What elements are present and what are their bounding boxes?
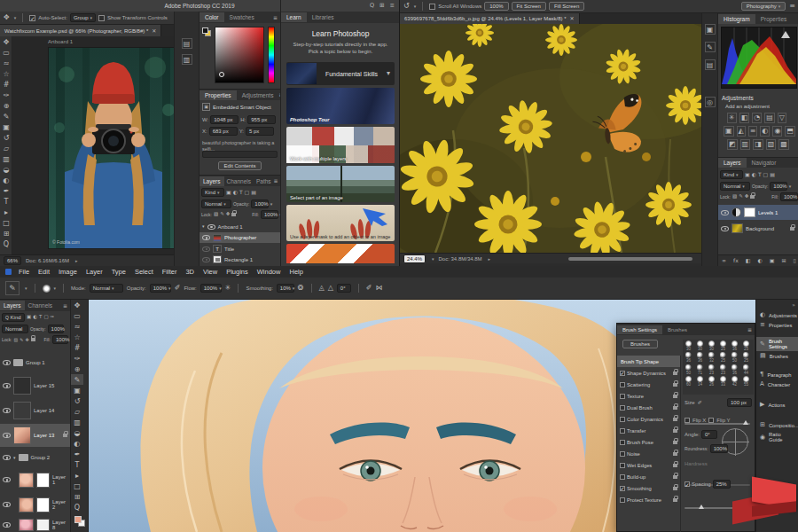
filter-type-icon[interactable]: T bbox=[239, 190, 243, 195]
foreground-color-swatch[interactable] bbox=[74, 516, 82, 523]
filter-adjustment-icon[interactable]: ◐ bbox=[33, 315, 37, 320]
filter-type-icon[interactable]: T bbox=[39, 315, 42, 320]
layer-thumbnail[interactable] bbox=[732, 223, 743, 233]
tab-channels[interactable]: Channels bbox=[25, 301, 56, 310]
visibility-eye-icon[interactable] bbox=[207, 224, 215, 230]
tab-swatches[interactable]: Swatches bbox=[224, 12, 260, 22]
type-tool-icon[interactable]: T bbox=[0, 196, 12, 207]
brush-tool-icon[interactable]: ✎ bbox=[0, 111, 12, 121]
edit-contents-button[interactable]: Edit Contents bbox=[218, 161, 261, 170]
path-select-tool-icon[interactable]: ▸ bbox=[71, 470, 83, 481]
shape-tool-icon[interactable]: □ bbox=[71, 481, 83, 491]
status-caret-icon[interactable]: ▸ bbox=[489, 256, 491, 262]
tab-brush-settings[interactable]: Brush Settings bbox=[617, 325, 662, 334]
brush-setting-item[interactable]: ✓ Smoothing bbox=[617, 482, 680, 494]
brush-setting-item[interactable]: Scattering bbox=[617, 379, 680, 390]
color-cursor[interactable] bbox=[219, 72, 224, 77]
blend-mode-dropdown[interactable]: Normal bbox=[2, 325, 28, 333]
expand-icon[interactable]: ▾ bbox=[13, 456, 16, 460]
checkbox-icon[interactable] bbox=[620, 405, 625, 411]
caret-icon[interactable]: ▾ bbox=[14, 16, 17, 20]
type-tool-icon[interactable]: T bbox=[71, 459, 83, 470]
dodge-tool-icon[interactable]: ◐ bbox=[71, 438, 83, 449]
fill-field[interactable]: 100%▾ bbox=[261, 210, 278, 219]
lock-icon[interactable] bbox=[673, 383, 677, 387]
healing-brush-tool-icon[interactable]: ⊕ bbox=[71, 364, 83, 374]
layer-mask-thumbnail[interactable] bbox=[36, 497, 50, 512]
panel-menu-icon[interactable]: ≡ bbox=[63, 303, 67, 309]
eyedropper-tool-icon[interactable]: ✑ bbox=[71, 353, 83, 364]
visibility-eye-icon[interactable] bbox=[202, 257, 210, 262]
layer-thumbnail[interactable] bbox=[13, 402, 31, 419]
panel-menu-icon[interactable]: ≡ bbox=[789, 3, 795, 10]
blur-tool-icon[interactable]: ◒ bbox=[71, 427, 83, 438]
lock-icon[interactable] bbox=[673, 441, 677, 444]
checkbox-icon[interactable] bbox=[620, 394, 625, 399]
tab-color[interactable]: Color bbox=[200, 12, 224, 22]
pressure-opacity-icon[interactable]: ✐ bbox=[175, 285, 181, 292]
layer-row[interactable]: Photographer bbox=[200, 232, 280, 243]
smoothing-gear-icon[interactable]: ❂ bbox=[298, 285, 304, 292]
grid-icon[interactable]: ⊞ bbox=[379, 3, 384, 9]
lock-icon[interactable] bbox=[673, 464, 677, 467]
layer-thumbnail[interactable] bbox=[13, 377, 31, 395]
caret-icon[interactable]: ▾ bbox=[414, 4, 417, 9]
hue-strip[interactable] bbox=[268, 27, 275, 83]
checkbox-icon[interactable] bbox=[620, 382, 625, 387]
new-group-icon[interactable]: ▣ bbox=[770, 258, 775, 263]
visibility-eye-icon[interactable] bbox=[202, 235, 210, 240]
eraser-tool-icon[interactable]: ▱ bbox=[0, 143, 12, 153]
gradient-map-icon[interactable]: ▧ bbox=[766, 139, 777, 150]
brush-setting-item[interactable]: Color Dynamics bbox=[617, 413, 680, 425]
close-icon[interactable]: ✕ bbox=[570, 16, 575, 21]
menu-edit[interactable]: Edit bbox=[38, 268, 50, 276]
fill-screen-button[interactable]: Fill Screen bbox=[549, 2, 584, 11]
horizontal-scrollbar[interactable] bbox=[568, 257, 692, 261]
scroll-all-windows-checkbox[interactable] bbox=[429, 4, 435, 10]
dock-item-properties[interactable]: ≡ Properties bbox=[756, 320, 798, 330]
artboard-label[interactable]: Artboard 1 bbox=[48, 39, 73, 44]
checkbox-icon[interactable] bbox=[620, 497, 625, 503]
lock-position-icon[interactable]: ✥ bbox=[25, 338, 28, 342]
canvas-area[interactable] bbox=[400, 24, 701, 253]
brush-setting-item[interactable]: Brush Pose bbox=[617, 436, 680, 448]
layer-thumbnail[interactable] bbox=[213, 234, 222, 242]
menu-select[interactable]: Select bbox=[135, 268, 153, 276]
w-field[interactable]: 1048 px bbox=[210, 115, 239, 124]
opacity-field[interactable]: 100% bbox=[48, 325, 64, 333]
layer-thumbnail[interactable] bbox=[19, 497, 34, 512]
zoom-tool-icon[interactable]: Q bbox=[71, 502, 83, 512]
notes-panel-icon[interactable]: ◎ bbox=[705, 97, 716, 107]
gradient-tool-icon[interactable]: ▥ bbox=[71, 417, 83, 427]
filter-kind-dropdown[interactable]: Kind▾ bbox=[201, 188, 224, 197]
filter-adjustment-icon[interactable]: ◐ bbox=[233, 190, 238, 195]
marquee-tool-icon[interactable]: ▭ bbox=[71, 310, 83, 321]
brush-setting-item[interactable]: Build-up bbox=[617, 471, 680, 482]
brush-setting-item[interactable]: Transfer bbox=[617, 425, 680, 436]
tutorial-card[interactable]: Use a layer mask to add an object to an … bbox=[286, 205, 395, 241]
tab-navigator[interactable]: Navigator bbox=[747, 158, 782, 168]
fill-field[interactable]: 100% bbox=[52, 335, 68, 344]
menu-plugins[interactable]: Plugins bbox=[226, 268, 248, 276]
tab-layers[interactable]: Layers bbox=[0, 301, 25, 310]
lock-transparent-icon[interactable]: ▨ bbox=[13, 338, 18, 342]
brush-setting-item[interactable]: Wet Edges bbox=[617, 459, 680, 471]
panel-menu-icon[interactable]: ≡ bbox=[273, 15, 278, 20]
visibility-eye-icon[interactable] bbox=[721, 226, 729, 231]
layer-row[interactable]: Layer 15 bbox=[0, 374, 70, 397]
lock-all-icon[interactable] bbox=[31, 338, 35, 341]
visibility-eye-icon[interactable] bbox=[3, 360, 11, 365]
color-fg-bg-swatches[interactable] bbox=[202, 27, 213, 38]
invert-icon[interactable]: ◩ bbox=[727, 139, 738, 150]
visibility-eye-icon[interactable] bbox=[721, 210, 729, 215]
pressure-size-icon[interactable]: ✐ bbox=[366, 285, 372, 292]
channel-mixer-icon[interactable]: ◉ bbox=[772, 126, 782, 137]
rotation-reset-icon[interactable]: △ bbox=[328, 285, 333, 292]
tab-libraries[interactable]: Libraries bbox=[307, 12, 340, 22]
hand-tool-icon[interactable]: ⊞ bbox=[0, 228, 12, 239]
mode-dropdown[interactable]: Normal▾ bbox=[90, 284, 123, 293]
delete-layer-icon[interactable]: ▯ bbox=[794, 258, 796, 263]
smoothing-field[interactable]: 10%▾ bbox=[277, 284, 294, 293]
posterize-icon[interactable]: ▥ bbox=[740, 139, 751, 150]
zoom-level-field[interactable]: 24.4% bbox=[403, 254, 426, 263]
